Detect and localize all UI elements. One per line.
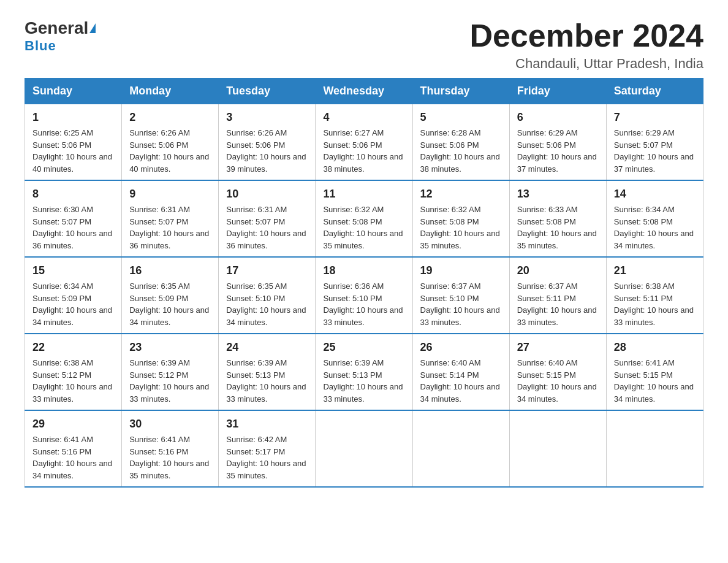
daylight-label: Daylight: 10 hours and 38 minutes. bbox=[323, 152, 403, 174]
day-number: 25 bbox=[323, 339, 404, 356]
table-row: 11 Sunrise: 6:32 AM Sunset: 5:08 PM Dayl… bbox=[316, 180, 412, 257]
table-row: 17 Sunrise: 6:35 AM Sunset: 5:10 PM Dayl… bbox=[219, 257, 316, 334]
sunset-label: Sunset: 5:12 PM bbox=[32, 370, 91, 380]
table-row: 3 Sunrise: 6:26 AM Sunset: 5:06 PM Dayli… bbox=[219, 104, 316, 181]
table-row: 24 Sunrise: 6:39 AM Sunset: 5:13 PM Dayl… bbox=[219, 334, 316, 410]
calendar-week-row: 15 Sunrise: 6:34 AM Sunset: 5:09 PM Dayl… bbox=[25, 257, 703, 334]
logo-general: General bbox=[25, 18, 88, 38]
sunset-label: Sunset: 5:06 PM bbox=[32, 140, 91, 150]
sunrise-label: Sunrise: 6:39 AM bbox=[226, 358, 287, 367]
table-row: 23 Sunrise: 6:39 AM Sunset: 5:12 PM Dayl… bbox=[122, 334, 219, 410]
calendar-header-row: Sunday Monday Tuesday Wednesday Thursday… bbox=[25, 79, 703, 104]
daylight-label: Daylight: 10 hours and 35 minutes. bbox=[323, 229, 403, 250]
sunrise-label: Sunrise: 6:32 AM bbox=[323, 205, 384, 214]
day-number: 21 bbox=[614, 262, 696, 279]
daylight-label: Daylight: 10 hours and 40 minutes. bbox=[129, 152, 209, 174]
daylight-label: Daylight: 10 hours and 36 minutes. bbox=[129, 229, 209, 250]
daylight-label: Daylight: 10 hours and 35 minutes. bbox=[420, 229, 500, 250]
daylight-label: Daylight: 10 hours and 36 minutes. bbox=[226, 229, 306, 250]
table-row: 8 Sunrise: 6:30 AM Sunset: 5:07 PM Dayli… bbox=[25, 180, 122, 257]
sunrise-label: Sunrise: 6:27 AM bbox=[323, 128, 384, 137]
table-row: 2 Sunrise: 6:26 AM Sunset: 5:06 PM Dayli… bbox=[122, 104, 219, 181]
col-sunday: Sunday bbox=[25, 79, 122, 104]
daylight-label: Daylight: 10 hours and 33 minutes. bbox=[129, 382, 209, 404]
day-number: 5 bbox=[420, 109, 502, 126]
table-row: 14 Sunrise: 6:34 AM Sunset: 5:08 PM Dayl… bbox=[606, 180, 703, 257]
table-row: 30 Sunrise: 6:41 AM Sunset: 5:16 PM Dayl… bbox=[122, 410, 219, 487]
daylight-label: Daylight: 10 hours and 33 minutes. bbox=[32, 382, 112, 404]
sunset-label: Sunset: 5:17 PM bbox=[226, 447, 285, 456]
col-wednesday: Wednesday bbox=[316, 79, 412, 104]
sunset-label: Sunset: 5:07 PM bbox=[32, 217, 91, 226]
sunset-label: Sunset: 5:07 PM bbox=[614, 140, 673, 150]
sunrise-label: Sunrise: 6:34 AM bbox=[32, 282, 93, 291]
sunrise-label: Sunrise: 6:29 AM bbox=[517, 128, 578, 137]
sunrise-label: Sunrise: 6:35 AM bbox=[226, 282, 287, 291]
day-number: 29 bbox=[32, 416, 114, 432]
day-number: 14 bbox=[614, 186, 696, 202]
table-row: 20 Sunrise: 6:37 AM Sunset: 5:11 PM Dayl… bbox=[509, 257, 606, 334]
page-header: General Blue December 2024 Chandauli, Ut… bbox=[25, 18, 703, 72]
col-thursday: Thursday bbox=[412, 79, 509, 104]
daylight-label: Daylight: 10 hours and 34 minutes. bbox=[129, 305, 209, 327]
table-row: 28 Sunrise: 6:41 AM Sunset: 5:15 PM Dayl… bbox=[606, 334, 703, 410]
sunrise-label: Sunrise: 6:41 AM bbox=[32, 435, 93, 444]
day-number: 20 bbox=[517, 262, 599, 279]
table-row: 7 Sunrise: 6:29 AM Sunset: 5:07 PM Dayli… bbox=[606, 104, 703, 181]
sunrise-label: Sunrise: 6:26 AM bbox=[129, 128, 190, 137]
daylight-label: Daylight: 10 hours and 33 minutes. bbox=[323, 305, 403, 327]
daylight-label: Daylight: 10 hours and 33 minutes. bbox=[517, 305, 597, 327]
table-row: 13 Sunrise: 6:33 AM Sunset: 5:08 PM Dayl… bbox=[509, 180, 606, 257]
sunrise-label: Sunrise: 6:33 AM bbox=[517, 205, 578, 214]
day-number: 13 bbox=[517, 186, 599, 202]
sunrise-label: Sunrise: 6:29 AM bbox=[614, 128, 675, 137]
day-number: 18 bbox=[323, 262, 404, 279]
daylight-label: Daylight: 10 hours and 35 minutes. bbox=[517, 229, 597, 250]
sunset-label: Sunset: 5:08 PM bbox=[614, 217, 673, 226]
calendar-week-row: 29 Sunrise: 6:41 AM Sunset: 5:16 PM Dayl… bbox=[25, 410, 703, 487]
col-saturday: Saturday bbox=[606, 79, 703, 104]
sunrise-label: Sunrise: 6:38 AM bbox=[32, 358, 93, 367]
calendar-week-row: 1 Sunrise: 6:25 AM Sunset: 5:06 PM Dayli… bbox=[25, 104, 703, 181]
daylight-label: Daylight: 10 hours and 34 minutes. bbox=[614, 382, 694, 404]
table-row: 22 Sunrise: 6:38 AM Sunset: 5:12 PM Dayl… bbox=[25, 334, 122, 410]
sunrise-label: Sunrise: 6:39 AM bbox=[129, 358, 190, 367]
sunset-label: Sunset: 5:15 PM bbox=[517, 370, 576, 380]
sunrise-label: Sunrise: 6:35 AM bbox=[129, 282, 190, 291]
day-number: 26 bbox=[420, 339, 502, 356]
day-number: 24 bbox=[226, 339, 308, 356]
sunrise-label: Sunrise: 6:40 AM bbox=[420, 358, 481, 367]
table-row: 12 Sunrise: 6:32 AM Sunset: 5:08 PM Dayl… bbox=[412, 180, 509, 257]
sunset-label: Sunset: 5:09 PM bbox=[32, 294, 91, 303]
day-number: 8 bbox=[32, 186, 114, 202]
sunset-label: Sunset: 5:08 PM bbox=[323, 217, 382, 226]
table-row: 31 Sunrise: 6:42 AM Sunset: 5:17 PM Dayl… bbox=[219, 410, 316, 487]
sunrise-label: Sunrise: 6:32 AM bbox=[420, 205, 481, 214]
table-row bbox=[509, 410, 606, 487]
month-year-title: December 2024 bbox=[469, 18, 703, 53]
sunset-label: Sunset: 5:16 PM bbox=[32, 447, 91, 456]
table-row: 5 Sunrise: 6:28 AM Sunset: 5:06 PM Dayli… bbox=[412, 104, 509, 181]
table-row bbox=[606, 410, 703, 487]
day-number: 27 bbox=[517, 339, 599, 356]
logo-blue: Blue bbox=[25, 38, 56, 53]
sunrise-label: Sunrise: 6:31 AM bbox=[129, 205, 190, 214]
daylight-label: Daylight: 10 hours and 33 minutes. bbox=[614, 305, 694, 327]
daylight-label: Daylight: 10 hours and 35 minutes. bbox=[129, 459, 209, 480]
calendar-week-row: 22 Sunrise: 6:38 AM Sunset: 5:12 PM Dayl… bbox=[25, 334, 703, 410]
sunset-label: Sunset: 5:09 PM bbox=[129, 294, 188, 303]
logo-triangle-icon bbox=[89, 23, 96, 33]
day-number: 12 bbox=[420, 186, 502, 202]
table-row: 15 Sunrise: 6:34 AM Sunset: 5:09 PM Dayl… bbox=[25, 257, 122, 334]
day-number: 7 bbox=[614, 109, 696, 126]
day-number: 4 bbox=[323, 109, 404, 126]
sunset-label: Sunset: 5:06 PM bbox=[517, 140, 576, 150]
sunset-label: Sunset: 5:10 PM bbox=[420, 294, 479, 303]
table-row: 1 Sunrise: 6:25 AM Sunset: 5:06 PM Dayli… bbox=[25, 104, 122, 181]
calendar-table: Sunday Monday Tuesday Wednesday Thursday… bbox=[25, 78, 703, 488]
sunrise-label: Sunrise: 6:31 AM bbox=[226, 205, 287, 214]
sunrise-label: Sunrise: 6:30 AM bbox=[32, 205, 93, 214]
sunset-label: Sunset: 5:06 PM bbox=[129, 140, 188, 150]
day-number: 2 bbox=[129, 109, 211, 126]
daylight-label: Daylight: 10 hours and 36 minutes. bbox=[32, 229, 112, 250]
